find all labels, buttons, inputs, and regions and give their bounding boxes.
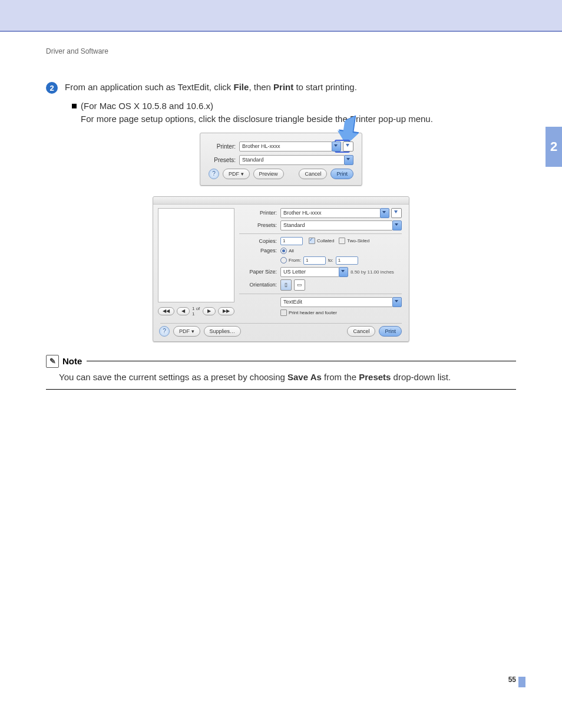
dropdown-icon[interactable] (392, 297, 402, 307)
help-button[interactable]: ? (209, 169, 219, 179)
cancel-button[interactable]: Cancel (347, 326, 375, 337)
note-body-presets: Presets (359, 372, 391, 382)
window-titlebar (153, 197, 409, 205)
copies-input[interactable]: 1 (280, 237, 303, 245)
square-bullet-icon (72, 104, 77, 108)
printer-select[interactable]: Brother HL-xxxx (239, 141, 332, 151)
note-body-post: drop-down list. (391, 372, 451, 382)
orientation-portrait-button[interactable]: ▯ (280, 279, 292, 291)
step-number-bullet: 2 (46, 82, 58, 94)
dropdown-icon[interactable] (380, 208, 389, 218)
papersize-label: Paper Size: (239, 269, 277, 275)
pages-to-label: to: (328, 258, 333, 263)
pager-last-button[interactable]: ▶▶ (218, 307, 234, 315)
top-banner (0, 0, 562, 32)
print-button[interactable]: Print (379, 326, 402, 337)
app-options-select[interactable]: TextEdit (280, 297, 393, 307)
running-header: Driver and Software (46, 47, 516, 55)
pages-from-input[interactable]: 1 (303, 256, 326, 265)
dropdown-icon[interactable] (339, 267, 348, 277)
presets-label: Presets: (209, 157, 236, 163)
step-text-post: to start printing. (293, 82, 357, 92)
note-body: You can save the current settings as a p… (59, 371, 516, 383)
pdf-button[interactable]: PDF ▾ (223, 169, 250, 179)
note-bottom-rule (46, 389, 516, 390)
step-text-print: Print (273, 82, 293, 92)
pages-all-radio[interactable]: All (280, 248, 294, 254)
note-title: Note (62, 356, 82, 366)
step-text: From an application such as TextEdit, cl… (65, 81, 357, 93)
cancel-button[interactable]: Cancel (299, 169, 327, 179)
note-body-mid: from the (322, 372, 359, 382)
presets-label: Presets: (239, 222, 277, 228)
page-number-accent (518, 677, 525, 687)
orientation-label: Orientation: (239, 282, 277, 288)
note-heading: ✎ Note (46, 355, 82, 368)
divider (239, 233, 402, 234)
preview-button[interactable]: Preview (253, 169, 284, 179)
pages-to-input[interactable]: 1 (336, 256, 358, 265)
printer-select-dropdown-icon[interactable] (332, 141, 341, 151)
step-text-file: File (234, 82, 249, 92)
print-dialog-collapsed: Printer: Brother HL-xxxx Presets: Standa… (200, 133, 362, 186)
disclosure-triangle-button[interactable] (343, 141, 353, 151)
pager-prev-button[interactable]: ◀ (177, 307, 190, 315)
print-dialog-expanded: ◀◀ ◀ 1 of 1 ▶ ▶▶ Printer: Brother HL-xxx… (153, 196, 409, 342)
print-preview-page (158, 208, 234, 302)
copies-label: Copies: (239, 238, 277, 244)
sub-body: For more page setup options, click the d… (81, 113, 516, 126)
pages-from-radio[interactable]: From: (280, 257, 301, 263)
pages-label: Pages: (239, 248, 277, 253)
pager-next-button[interactable]: ▶ (203, 307, 216, 315)
step-text-pre: From an application such as TextEdit, cl… (65, 82, 234, 92)
supplies-button[interactable]: Supplies… (204, 326, 242, 337)
sub-bullet: (For Mac OS X 10.5.8 and 10.6.x) (72, 100, 516, 113)
chapter-tab: 2 (546, 127, 562, 167)
disclosure-triangle-button[interactable] (391, 208, 402, 218)
collated-checkbox[interactable]: Collated (309, 238, 334, 244)
presets-select-dropdown-icon[interactable] (344, 155, 353, 165)
note-icon: ✎ (46, 355, 59, 368)
pager-label: 1 of 1 (192, 306, 200, 317)
printer-label: Printer: (209, 143, 236, 150)
step-text-mid: , then (249, 82, 273, 92)
papersize-dimensions: 8.50 by 11.00 inches (351, 269, 394, 275)
twosided-checkbox[interactable]: Two-Sided (339, 238, 369, 244)
pager-first-button[interactable]: ◀◀ (158, 307, 174, 315)
printer-select[interactable]: Brother HL-xxxx (280, 208, 381, 218)
printer-label: Printer: (239, 210, 277, 216)
note-body-pre: You can save the current settings as a p… (59, 372, 287, 382)
papersize-select[interactable]: US Letter (280, 267, 339, 277)
pdf-button[interactable]: PDF ▾ (173, 326, 200, 337)
note-top-rule (87, 361, 516, 361)
orientation-landscape-button[interactable]: ▭ (294, 279, 305, 291)
headerfooter-checkbox[interactable]: Print header and footer (280, 309, 337, 316)
print-button[interactable]: Print (330, 169, 353, 179)
dropdown-icon[interactable] (392, 220, 402, 230)
presets-select[interactable]: Standard (280, 220, 393, 230)
note-body-saveas: Save As (287, 372, 322, 382)
sub-paren: (For Mac OS X 10.5.8 and 10.6.x) (81, 101, 213, 111)
page-number: 55 (508, 676, 516, 684)
divider (239, 294, 402, 294)
presets-select[interactable]: Standard (239, 155, 345, 165)
help-button[interactable]: ? (159, 326, 170, 337)
